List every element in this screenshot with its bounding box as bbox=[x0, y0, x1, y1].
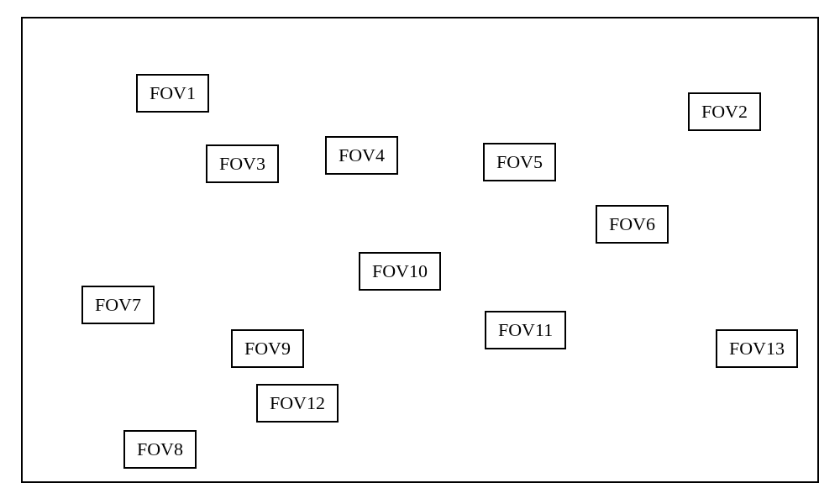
fov-label: FOV4 bbox=[339, 144, 385, 166]
fov-label: FOV9 bbox=[244, 338, 291, 360]
fov-box-9: FOV9 bbox=[231, 329, 304, 368]
fov-label: FOV1 bbox=[150, 82, 196, 104]
fov-box-12: FOV12 bbox=[256, 384, 339, 423]
fov-label: FOV6 bbox=[609, 213, 655, 235]
fov-box-7: FOV7 bbox=[81, 286, 155, 324]
fov-box-8: FOV8 bbox=[123, 430, 197, 469]
fov-box-13: FOV13 bbox=[716, 329, 798, 368]
fov-box-3: FOV3 bbox=[206, 144, 279, 183]
fov-label: FOV12 bbox=[270, 392, 325, 414]
diagram-frame: FOV1 FOV2 FOV3 FOV4 FOV5 FOV6 FOV7 FOV10… bbox=[21, 17, 819, 483]
fov-label: FOV13 bbox=[729, 338, 785, 360]
fov-box-4: FOV4 bbox=[325, 136, 398, 175]
fov-label: FOV5 bbox=[496, 151, 543, 173]
fov-box-1: FOV1 bbox=[136, 74, 209, 113]
fov-box-11: FOV11 bbox=[485, 311, 566, 349]
fov-box-6: FOV6 bbox=[596, 205, 669, 244]
fov-box-2: FOV2 bbox=[688, 92, 761, 131]
fov-label: FOV10 bbox=[372, 260, 428, 282]
fov-box-5: FOV5 bbox=[483, 143, 556, 181]
fov-label: FOV8 bbox=[137, 438, 183, 460]
fov-label: FOV2 bbox=[701, 101, 748, 123]
fov-label: FOV3 bbox=[219, 153, 265, 175]
fov-label: FOV11 bbox=[498, 319, 553, 341]
fov-box-10: FOV10 bbox=[359, 252, 441, 291]
fov-label: FOV7 bbox=[95, 294, 141, 316]
